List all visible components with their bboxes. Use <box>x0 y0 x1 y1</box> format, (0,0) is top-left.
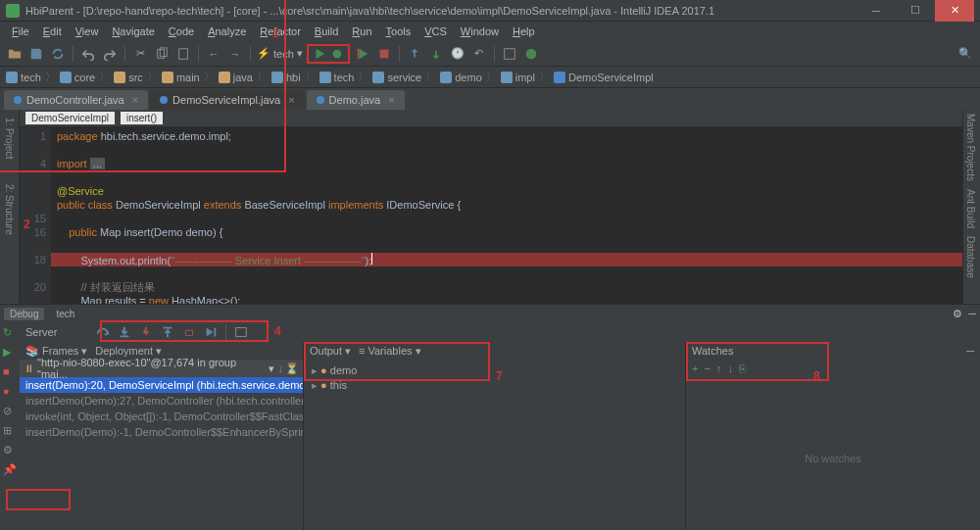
menu-code[interactable]: Code <box>163 24 200 39</box>
redo-icon[interactable] <box>101 45 119 63</box>
editor-tab[interactable]: DemoController.java× <box>4 90 148 110</box>
cut-icon[interactable]: ✂ <box>131 45 149 63</box>
breakpoints-icon[interactable]: ● <box>3 385 17 399</box>
menu-window[interactable]: Window <box>455 24 505 39</box>
breadcrumb-item[interactable]: demo <box>440 72 482 83</box>
copy-watch-icon[interactable]: ⎘ <box>739 362 746 374</box>
watches-body[interactable]: No watches 8 <box>686 377 980 530</box>
layout-icon[interactable]: ⊞ <box>3 424 17 438</box>
breadcrumb-item[interactable]: tech <box>6 72 41 83</box>
output-tab[interactable]: Output▾ <box>310 345 351 358</box>
editor-tab[interactable]: DemoServiceImpl.java× <box>150 90 304 110</box>
frames-list[interactable]: insert(Demo):20, DemoServiceImpl (hbi.te… <box>20 377 303 530</box>
back-icon[interactable]: ← <box>205 45 222 63</box>
close-button[interactable]: ✕ <box>935 0 974 22</box>
crumb-method[interactable]: insert() <box>121 112 163 124</box>
breadcrumb-item[interactable]: tech <box>319 72 355 83</box>
coverage-icon[interactable] <box>354 45 371 63</box>
editor-tab[interactable]: Demo.java× <box>307 90 405 110</box>
debug-settings-icon[interactable]: ⚙ <box>953 308 962 320</box>
vcs-update-icon[interactable] <box>406 45 423 63</box>
breadcrumb-item[interactable]: java <box>219 72 253 83</box>
mute-bp-icon[interactable]: ⊘ <box>3 405 17 418</box>
menu-navigate[interactable]: Navigate <box>106 24 160 39</box>
variable-item[interactable]: ● demo <box>312 363 677 378</box>
undo-icon[interactable] <box>79 45 97 63</box>
step-over-icon[interactable] <box>94 323 112 341</box>
thread-selector[interactable]: ⏸"http-nio-8080-exec-10"@17,674 in group… <box>20 360 303 377</box>
frames-tab[interactable]: 📚 Frames▾ <box>25 345 87 358</box>
sync-icon[interactable] <box>49 45 67 63</box>
breadcrumb-item[interactable]: impl <box>501 72 535 83</box>
stack-frame[interactable]: invoke(int, Object, Object[]):-1, DemoCo… <box>20 409 303 424</box>
resume-icon[interactable]: ▶ <box>3 346 17 360</box>
add-watch-icon[interactable]: + <box>692 362 698 374</box>
menu-view[interactable]: View <box>70 24 105 39</box>
step-into-icon[interactable] <box>116 323 133 341</box>
code-text[interactable]: package hbi.tech.service.demo.impl;impor… <box>51 127 962 304</box>
search-icon[interactable]: 🔍 <box>956 45 974 63</box>
breadcrumb-item[interactable]: main <box>162 72 200 83</box>
jrebel-icon[interactable] <box>522 45 540 63</box>
menu-refactor[interactable]: Refactor <box>254 24 307 39</box>
menu-edit[interactable]: Edit <box>37 24 68 39</box>
deployment-tab[interactable]: Deployment▾ <box>95 345 162 358</box>
stack-frame[interactable]: insertDemo(Demo):-1, DemoController$$Enh… <box>20 424 303 440</box>
save-icon[interactable] <box>27 45 45 63</box>
line-gutter[interactable]: 141516182022232526 <box>20 127 51 304</box>
structure-icon[interactable] <box>501 45 518 63</box>
debug-config-tab[interactable]: tech <box>50 308 80 320</box>
menu-help[interactable]: Help <box>507 24 541 39</box>
variables-list[interactable]: ● demo● this <box>304 360 685 530</box>
debug-tab[interactable]: Debug <box>4 308 44 320</box>
menu-vcs[interactable]: VCS <box>418 24 453 39</box>
paste-icon[interactable] <box>174 45 192 63</box>
vcs-commit-icon[interactable] <box>427 45 445 63</box>
up-watch-icon[interactable]: ↑ <box>716 362 722 374</box>
stop-debug-icon[interactable]: ■ <box>3 365 17 379</box>
evaluate-icon[interactable] <box>232 323 250 341</box>
menu-build[interactable]: Build <box>309 24 344 39</box>
crumb-class[interactable]: DemoServiceImpl <box>25 112 115 124</box>
vcs-history-icon[interactable]: 🕐 <box>449 45 466 63</box>
project-tool-tab[interactable]: 1: Project <box>2 114 17 163</box>
maven-tool-tab[interactable]: Maven Projects <box>963 110 978 185</box>
forward-icon[interactable]: → <box>226 45 244 63</box>
run-to-cursor-icon[interactable] <box>202 323 220 341</box>
menu-run[interactable]: Run <box>346 24 377 39</box>
code-area[interactable]: 141516182022232526 package hbi.tech.serv… <box>20 127 962 304</box>
remove-watch-icon[interactable]: − <box>704 362 710 374</box>
open-icon[interactable] <box>6 45 24 63</box>
pin-icon[interactable]: 📌 <box>3 463 17 477</box>
breadcrumb-item[interactable]: DemoServiceImpl <box>554 72 654 83</box>
debug-minimize-icon[interactable]: ─ <box>968 308 976 319</box>
down-watch-icon[interactable]: ↓ <box>727 362 733 374</box>
run-config-selector[interactable]: ⚡tech ▾ <box>257 47 303 60</box>
run-icon[interactable] <box>311 45 328 63</box>
copy-icon[interactable] <box>153 45 171 63</box>
menu-analyze[interactable]: Analyze <box>202 24 252 39</box>
stop-icon[interactable] <box>375 45 393 63</box>
settings-debug-icon[interactable]: ⚙ <box>3 444 17 458</box>
variable-item[interactable]: ● this <box>312 378 677 393</box>
drop-frame-icon[interactable] <box>180 323 198 341</box>
menu-tools[interactable]: Tools <box>380 24 417 39</box>
structure-tool-tab[interactable]: 2: Structure <box>2 180 17 239</box>
breadcrumb-item[interactable]: hbi <box>271 72 301 83</box>
server-label: Server <box>25 326 57 338</box>
breadcrumb-item[interactable]: core <box>60 72 95 83</box>
force-step-into-icon[interactable] <box>137 323 155 341</box>
step-out-icon[interactable] <box>159 323 176 341</box>
menu-file[interactable]: File <box>6 24 35 39</box>
database-tool-tab[interactable]: Database <box>963 232 978 282</box>
variables-tab[interactable]: ≡ Variables▾ <box>359 345 420 358</box>
rerun-icon[interactable]: ↻ <box>3 326 17 340</box>
minimize-button[interactable]: ─ <box>857 0 896 22</box>
debug-icon[interactable] <box>328 45 346 63</box>
stack-frame[interactable]: insertDemo(Demo):27, DemoController (hbi… <box>20 393 303 409</box>
breadcrumb-item[interactable]: service <box>372 72 421 83</box>
vcs-revert-icon[interactable]: ↶ <box>470 45 488 63</box>
maximize-button[interactable]: ☐ <box>896 0 935 22</box>
breadcrumb-item[interactable]: src <box>114 72 143 83</box>
ant-tool-tab[interactable]: Ant Build <box>963 185 978 232</box>
